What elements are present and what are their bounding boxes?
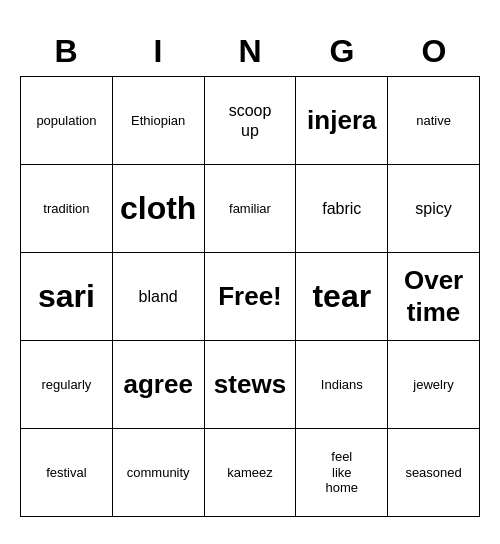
bingo-grid: populationEthiopianscoopupinjeranativetr… [20, 76, 480, 517]
cell-label: agree [115, 345, 202, 424]
bingo-cell: injera [296, 77, 388, 165]
bingo-cell: familiar [204, 165, 296, 253]
bingo-cell: regularly [21, 341, 113, 429]
bingo-cell: bland [112, 253, 204, 341]
bingo-header: BINGO [20, 27, 480, 76]
table-row: festivalcommunitykameezfeellikehomeseaso… [21, 429, 480, 517]
header-letter: B [20, 27, 112, 76]
table-row: traditionclothfamiliarfabricspicy [21, 165, 480, 253]
cell-label: fabric [298, 169, 385, 248]
cell-label: spicy [390, 169, 477, 248]
bingo-cell: population [21, 77, 113, 165]
bingo-cell: tear [296, 253, 388, 341]
cell-label: cloth [115, 169, 202, 248]
cell-label: tradition [23, 169, 110, 248]
bingo-cell: Indians [296, 341, 388, 429]
cell-label: kameez [207, 433, 294, 512]
bingo-cell: tradition [21, 165, 113, 253]
cell-label: jewelry [390, 345, 477, 424]
bingo-cell: seasoned [388, 429, 480, 517]
cell-label: Indians [298, 345, 385, 424]
bingo-cell: kameez [204, 429, 296, 517]
cell-label: Ethiopian [115, 81, 202, 160]
bingo-cell: community [112, 429, 204, 517]
cell-label: bland [115, 257, 202, 336]
bingo-cell: fabric [296, 165, 388, 253]
cell-label: native [390, 81, 477, 160]
cell-label: seasoned [390, 433, 477, 512]
cell-label: sari [23, 257, 110, 336]
bingo-cell: scoopup [204, 77, 296, 165]
cell-label: feellikehome [298, 433, 385, 512]
header-letter: O [388, 27, 480, 76]
cell-label: familiar [207, 169, 294, 248]
table-row: populationEthiopianscoopupinjeranative [21, 77, 480, 165]
cell-label: Overtime [390, 257, 477, 336]
bingo-cell: native [388, 77, 480, 165]
cell-label: community [115, 433, 202, 512]
bingo-cell: agree [112, 341, 204, 429]
header-letter: N [204, 27, 296, 76]
bingo-cell: Ethiopian [112, 77, 204, 165]
cell-label: Free! [207, 257, 294, 336]
cell-label: population [23, 81, 110, 160]
cell-label: injera [298, 81, 385, 160]
bingo-cell: festival [21, 429, 113, 517]
bingo-cell: feellikehome [296, 429, 388, 517]
bingo-cell: spicy [388, 165, 480, 253]
bingo-cell: stews [204, 341, 296, 429]
cell-label: scoopup [207, 81, 294, 160]
cell-label: festival [23, 433, 110, 512]
bingo-cell: Overtime [388, 253, 480, 341]
header-letter: G [296, 27, 388, 76]
header-letter: I [112, 27, 204, 76]
cell-label: tear [298, 257, 385, 336]
table-row: sariblandFree!tearOvertime [21, 253, 480, 341]
bingo-cell: sari [21, 253, 113, 341]
bingo-cell: jewelry [388, 341, 480, 429]
table-row: regularlyagreestewsIndiansjewelry [21, 341, 480, 429]
bingo-cell: cloth [112, 165, 204, 253]
cell-label: regularly [23, 345, 110, 424]
cell-label: stews [207, 345, 294, 424]
bingo-cell: Free! [204, 253, 296, 341]
